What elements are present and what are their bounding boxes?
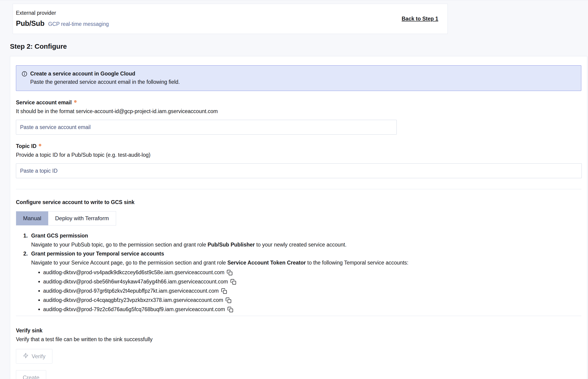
copy-icon <box>227 307 233 313</box>
service-account-email: auditlog-dktxv@prod-c4cqaqgbfzy23vpzkbxz… <box>43 297 223 303</box>
topic-id-label: Topic ID <box>16 143 36 149</box>
instruction-step-1: Grant GCS permission Navigate to your Pu… <box>31 233 581 247</box>
topic-id-hint: Provide a topic ID for a Pub/Sub topic (… <box>16 152 581 158</box>
divider <box>16 189 581 189</box>
service-account-item: auditlog-dktxv@prod-97gr6tp6zkv2t4epubff… <box>43 288 581 294</box>
required-dot <box>39 144 41 146</box>
provider-name: Pub/Sub <box>16 19 45 28</box>
copy-button[interactable] <box>227 307 233 313</box>
copy-button[interactable] <box>225 297 232 303</box>
copy-icon <box>230 279 236 285</box>
page-title: Step 2: Configure <box>10 43 588 50</box>
copy-icon <box>221 288 227 294</box>
service-account-email-input[interactable] <box>16 120 397 135</box>
verify-button-label: Verify <box>32 353 46 360</box>
copy-button[interactable] <box>230 279 236 285</box>
provider-card: External provider Pub/Sub GCP real-time … <box>13 4 448 34</box>
service-account-email: auditlog-dktxv@prod-97gr6tp6zkv2t4epubff… <box>43 288 219 294</box>
required-dot <box>74 100 77 103</box>
configure-card: Create a service account in Google Cloud… <box>10 56 587 379</box>
zap-icon <box>23 353 29 360</box>
back-to-step-1-link[interactable]: Back to Step 1 <box>402 16 438 22</box>
copy-button[interactable] <box>227 269 232 276</box>
verify-sink-title: Verify sink <box>16 328 581 334</box>
instruction-step-body: Navigate to your PubSub topic, go to the… <box>31 242 581 247</box>
provider-subtitle: GCP real-time messaging <box>48 21 109 27</box>
service-account-item: auditlog-dktxv@prod-79z2c6d76au6g5fcq768… <box>43 307 581 313</box>
create-button-label: Create <box>23 374 39 379</box>
page: { "provider_card": { "overline": "Extern… <box>0 0 588 379</box>
verify-sink-description: Verify that a test file can be written t… <box>16 336 581 343</box>
service-account-email: auditlog-dktxv@prod-sbe56h6wr4sykaw47a6y… <box>43 279 228 284</box>
service-account-list: auditlog-dktxv@prod-vs4padk9dkczcey6d6st… <box>31 269 581 313</box>
configure-section-title: Configure service account to write to GC… <box>16 199 581 205</box>
banner-title: Create a service account in Google Cloud <box>30 71 135 77</box>
info-icon <box>22 71 27 77</box>
instruction-list: Grant GCS permission Navigate to your Pu… <box>16 233 581 313</box>
verify-button[interactable]: Verify <box>16 349 52 363</box>
create-button[interactable]: Create <box>16 370 46 379</box>
copy-icon <box>225 297 232 303</box>
instruction-step-title: Grant permission to your Temporal servic… <box>31 251 581 257</box>
copy-icon <box>227 269 232 276</box>
service-account-item: auditlog-dktxv@prod-c4cqaqgbfzy23vpzkbxz… <box>43 297 581 303</box>
provider-name-row: Pub/Sub GCP real-time messaging <box>16 19 109 28</box>
provider-overline: External provider <box>16 10 109 16</box>
instruction-step-title: Grant GCS permission <box>31 233 581 239</box>
service-account-email-hint: It should be in the format service-accou… <box>16 108 581 114</box>
service-account-email-label: Service account email <box>16 99 72 106</box>
topic-id-input[interactable] <box>16 163 582 178</box>
provider-info: External provider Pub/Sub GCP real-time … <box>16 10 109 28</box>
service-account-email: auditlog-dktxv@prod-79z2c6d76au6g5fcq768… <box>43 306 225 312</box>
instruction-step-body: Navigate to your Service Account page, g… <box>31 260 581 266</box>
divider <box>16 316 581 316</box>
service-account-item: auditlog-dktxv@prod-sbe56h6wr4sykaw47a6y… <box>43 279 581 285</box>
tab-deploy-with-terraform[interactable]: Deploy with Terraform <box>48 211 116 225</box>
banner-body: Paste the generated service account emai… <box>30 79 575 85</box>
configure-method-tabs: Manual Deploy with Terraform <box>16 211 116 225</box>
copy-button[interactable] <box>221 288 227 294</box>
tab-manual[interactable]: Manual <box>16 211 48 225</box>
service-account-email: auditlog-dktxv@prod-vs4padk9dkczcey6d6st… <box>43 269 224 275</box>
instruction-step-2: Grant permission to your Temporal servic… <box>31 251 581 313</box>
info-banner: Create a service account in Google Cloud… <box>16 65 581 91</box>
service-account-item: auditlog-dktxv@prod-vs4padk9dkczcey6d6st… <box>43 269 581 276</box>
